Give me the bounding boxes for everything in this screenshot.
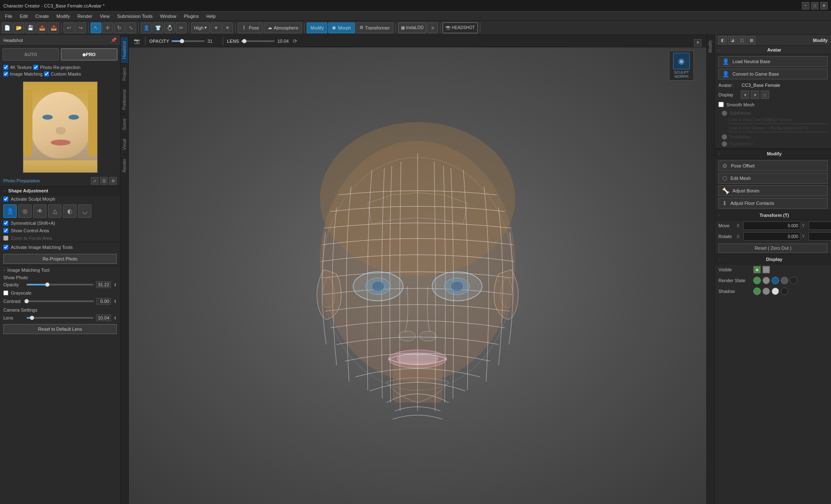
option-4k-texture-checkbox[interactable] <box>3 65 8 70</box>
display-btn-3[interactable]: □ <box>761 91 769 99</box>
select-button[interactable]: ↖ <box>91 22 101 33</box>
render-settings-button[interactable]: ☀ <box>222 22 233 33</box>
open-button[interactable]: 📂 <box>13 22 24 33</box>
menu-create[interactable]: Create <box>32 13 52 20</box>
zoom-focus-checkbox[interactable] <box>3 236 8 241</box>
shadow-btn-2[interactable] <box>762 288 770 295</box>
image-matching-tool-header[interactable]: − Image Matching Tool <box>0 266 120 274</box>
redo-button[interactable]: ↪ <box>75 22 86 33</box>
shadow-btn-4[interactable] <box>781 288 788 295</box>
pose-offset-button[interactable]: ⚙ Pose Offset <box>718 160 828 171</box>
menu-help[interactable]: Help <box>203 13 219 20</box>
export-button[interactable]: 📤 <box>37 22 47 33</box>
activate-sculpt-morph-checkbox[interactable] <box>3 197 8 202</box>
render-state-btn-3[interactable] <box>772 277 779 284</box>
clothe-button[interactable]: 👕 <box>152 22 163 33</box>
menu-window[interactable]: Window <box>157 13 179 20</box>
opacity-spinner[interactable]: ⬆ <box>113 283 117 287</box>
reset-lens-button[interactable]: Reset to Default Lens <box>3 324 117 334</box>
adjust-bones-button[interactable]: 🦴 Adjust Bones <box>718 185 828 196</box>
sculpt-ear-icon[interactable]: ◐ <box>63 204 76 218</box>
photo-tool-settings-icon[interactable]: ⚙ <box>109 177 117 184</box>
lens-slider-track[interactable] <box>27 317 93 319</box>
visual-vtab[interactable]: Visual <box>121 134 128 154</box>
edit-mesh-button[interactable]: ⬡ Edit Mesh <box>718 173 828 184</box>
move-x-input[interactable] <box>743 221 800 230</box>
reset-zero-out-button[interactable]: Reset ( Zero Out ) <box>718 243 828 253</box>
menu-plugins[interactable]: Plugins <box>180 13 202 20</box>
render-quality-button[interactable]: ✦ <box>211 22 221 33</box>
convert-to-game-base-button[interactable]: 👤 Convert to Game Base <box>718 69 828 79</box>
import-button[interactable]: 📥 <box>48 22 59 33</box>
display-btn-1[interactable]: ▾ <box>741 91 749 99</box>
sculpt-morph-icon[interactable]: ◉ <box>673 53 690 69</box>
viewport-close-button[interactable]: ✕ <box>694 39 701 47</box>
sculpt-nose-icon[interactable]: △ <box>48 204 61 218</box>
shadow-btn-3[interactable] <box>772 288 779 295</box>
morph-toolbar-button[interactable]: ◉ Morph <box>328 22 354 33</box>
atmosphere-button[interactable]: ☁ Atmosphere <box>264 22 302 33</box>
sculpt-head-icon[interactable]: ◎ <box>18 204 32 218</box>
vp-lens-slider[interactable] <box>241 40 275 42</box>
undo-button[interactable]: ↩ <box>64 22 74 33</box>
option-image-matching-checkbox[interactable] <box>3 71 8 76</box>
menu-view[interactable]: View <box>96 13 113 20</box>
pro-tab[interactable]: ◈ PRO <box>61 48 118 61</box>
visible-btn-1[interactable]: ■ <box>753 266 761 273</box>
sculpt-mouth-icon[interactable]: ◡ <box>78 204 91 218</box>
option-custom-masks-checkbox[interactable] <box>44 71 49 76</box>
photo-tool-list-icon[interactable]: ☰ <box>100 177 108 184</box>
lens-slider-thumb[interactable] <box>30 316 34 320</box>
rph-icon-3[interactable]: ◫ <box>738 36 746 44</box>
contrast-spinner[interactable]: ⬆ <box>113 299 117 304</box>
scene-vtab[interactable]: Scene <box>121 114 128 134</box>
menu-modify[interactable]: Modify <box>53 13 73 20</box>
scale-button[interactable]: ⤡ <box>125 22 136 33</box>
menu-render[interactable]: Render <box>74 13 96 20</box>
option-photo-reprojection-checkbox[interactable] <box>33 65 38 70</box>
symmetrical-checkbox[interactable] <box>3 221 8 226</box>
vp-lens-thumb[interactable] <box>242 39 246 43</box>
grayscale-checkbox[interactable] <box>3 290 8 295</box>
vp-opacity-slider[interactable] <box>172 40 205 42</box>
menu-file[interactable]: File <box>2 13 16 20</box>
opacity-slider-track[interactable] <box>27 284 93 285</box>
auto-tab[interactable]: AUTO <box>2 48 59 61</box>
instalod-button[interactable]: ▦ InstaLOD <box>398 22 426 33</box>
instalod-extra-button[interactable]: ≡ <box>427 22 438 33</box>
accessory-button[interactable]: 💍 <box>164 22 175 33</box>
sculpt-eye-icon[interactable]: 👁 <box>33 204 47 218</box>
render-state-btn-5[interactable] <box>790 277 797 284</box>
rph-icon-4[interactable]: ▦ <box>747 36 755 44</box>
headshot-panel-pin[interactable]: 📌 <box>111 37 117 43</box>
move-button[interactable]: ✛ <box>102 22 113 33</box>
rotate-button[interactable]: ↻ <box>114 22 125 33</box>
pose-button[interactable]: 🚶 Pose <box>238 22 263 33</box>
photo-tool-expand-icon[interactable]: ⤢ <box>91 177 98 184</box>
minimize-button[interactable]: − <box>802 2 809 10</box>
shadow-btn-1[interactable] <box>753 288 761 295</box>
photo-preparation-label[interactable]: Photo Preparation <box>3 178 40 183</box>
activate-tools-checkbox[interactable] <box>3 245 8 250</box>
headshot-vtab[interactable]: Headshot <box>121 37 128 63</box>
vp-opacity-thumb[interactable] <box>180 39 184 43</box>
preference-vtab[interactable]: Preference <box>121 85 128 114</box>
sculpt-face-icon[interactable]: 👤 <box>3 204 17 218</box>
load-neutral-base-button[interactable]: 👤 Load Neutral Base <box>718 56 828 67</box>
smooth-mesh-checkbox[interactable] <box>718 102 724 107</box>
menu-submission-tools[interactable]: Submission Tools <box>114 13 156 20</box>
rph-icon-1[interactable]: ◧ <box>718 36 727 44</box>
maximize-button[interactable]: □ <box>811 2 819 10</box>
move-y-input[interactable] <box>809 221 831 230</box>
rotate-x-input[interactable] <box>743 232 800 241</box>
morph-brush-button[interactable]: ✏ <box>176 22 187 33</box>
modify-vtab[interactable]: Modify <box>707 37 715 56</box>
display-btn-2[interactable]: ▾ <box>751 91 759 99</box>
render-vtab[interactable]: Render <box>121 154 128 177</box>
shape-adjustment-toggle[interactable]: − <box>3 189 6 193</box>
project-vtab[interactable]: Project <box>121 63 128 85</box>
close-button[interactable]: ✕ <box>820 2 828 10</box>
visible-btn-2[interactable]: □ <box>762 266 770 273</box>
save-button[interactable]: 💾 <box>25 22 36 33</box>
rph-icon-2[interactable]: ◪ <box>728 36 736 44</box>
